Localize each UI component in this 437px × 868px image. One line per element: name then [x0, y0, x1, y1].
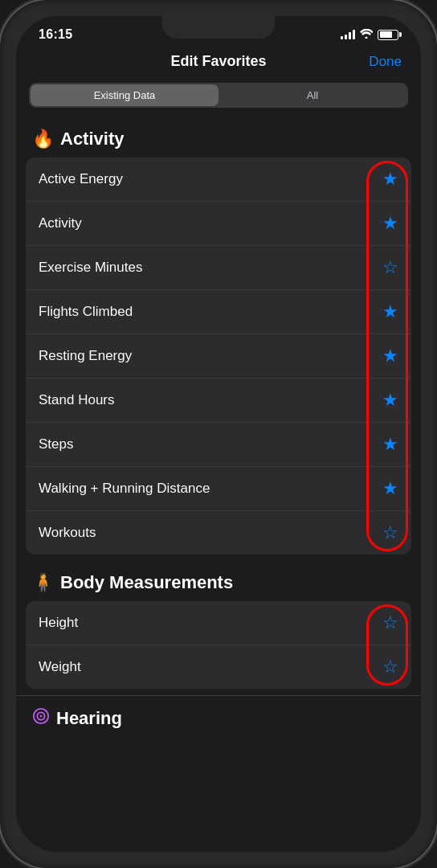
list-item: Workouts	[26, 511, 411, 555]
content-area: 🔥 Activity Active Energy Activity Exerci…	[16, 117, 421, 852]
item-label: Height	[39, 615, 78, 631]
item-label: Walking + Running Distance	[39, 481, 210, 497]
phone-screen: 16:15 Edit Favorites	[16, 16, 421, 852]
hearing-icon	[32, 707, 50, 729]
signal-icon	[341, 30, 355, 39]
activity-section-header: 🔥 Activity	[16, 117, 421, 154]
segment-all[interactable]: All	[218, 84, 406, 106]
status-time: 16:15	[39, 27, 72, 42]
activity-list: Active Energy Activity Exercise Minutes …	[26, 158, 411, 555]
favorite-toggle[interactable]	[382, 213, 398, 234]
activity-list-wrapper: Active Energy Activity Exercise Minutes …	[26, 158, 411, 555]
done-button[interactable]: Done	[369, 54, 402, 70]
phone-frame: 16:15 Edit Favorites	[0, 0, 437, 868]
list-item: Activity	[26, 202, 411, 246]
item-label: Steps	[39, 436, 73, 452]
body-icon: 🧍	[32, 572, 54, 593]
list-item: Steps	[26, 423, 411, 467]
item-label: Active Energy	[39, 171, 123, 187]
favorite-toggle[interactable]	[382, 657, 398, 678]
favorite-toggle[interactable]	[382, 522, 398, 543]
notch	[162, 16, 275, 39]
list-item: Resting Energy	[26, 334, 411, 379]
favorite-toggle[interactable]	[382, 346, 398, 366]
body-list: Height Weight	[26, 601, 411, 689]
item-label: Resting Energy	[39, 348, 132, 364]
list-item: Walking + Running Distance	[26, 467, 411, 511]
favorite-toggle[interactable]	[382, 390, 398, 411]
item-label: Flights Climbed	[39, 304, 133, 320]
favorite-toggle[interactable]	[382, 257, 398, 278]
favorite-toggle[interactable]	[382, 612, 398, 633]
list-item: Active Energy	[26, 158, 411, 202]
body-section-header: 🧍 Body Measurements	[16, 561, 421, 598]
status-icons	[341, 29, 398, 41]
activity-icon: 🔥	[32, 129, 54, 149]
page-header: Edit Favorites Done	[16, 47, 421, 78]
list-item: Height	[26, 601, 411, 645]
item-label: Weight	[39, 659, 81, 675]
favorite-toggle[interactable]	[382, 434, 398, 455]
activity-title: Activity	[60, 129, 124, 149]
segment-existing-data[interactable]: Existing Data	[31, 84, 218, 106]
body-title: Body Measurements	[60, 572, 233, 593]
hearing-title: Hearing	[56, 708, 122, 729]
list-item: Stand Hours	[26, 379, 411, 423]
item-label: Activity	[39, 215, 82, 231]
battery-icon	[378, 30, 398, 40]
item-label: Stand Hours	[39, 392, 115, 408]
segment-control: Existing Data All	[29, 83, 408, 108]
page-title: Edit Favorites	[170, 53, 266, 70]
hearing-section-header: Hearing	[16, 695, 421, 734]
body-list-wrapper: Height Weight	[26, 601, 411, 689]
favorite-toggle[interactable]	[382, 478, 398, 499]
list-item: Flights Climbed	[26, 290, 411, 334]
favorite-toggle[interactable]	[382, 169, 398, 190]
list-item: Exercise Minutes	[26, 246, 411, 290]
favorite-toggle[interactable]	[382, 301, 398, 322]
wifi-icon	[360, 29, 373, 41]
svg-point-2	[40, 715, 43, 718]
item-label: Workouts	[39, 525, 96, 541]
list-item: Weight	[26, 645, 411, 689]
item-label: Exercise Minutes	[39, 260, 142, 276]
